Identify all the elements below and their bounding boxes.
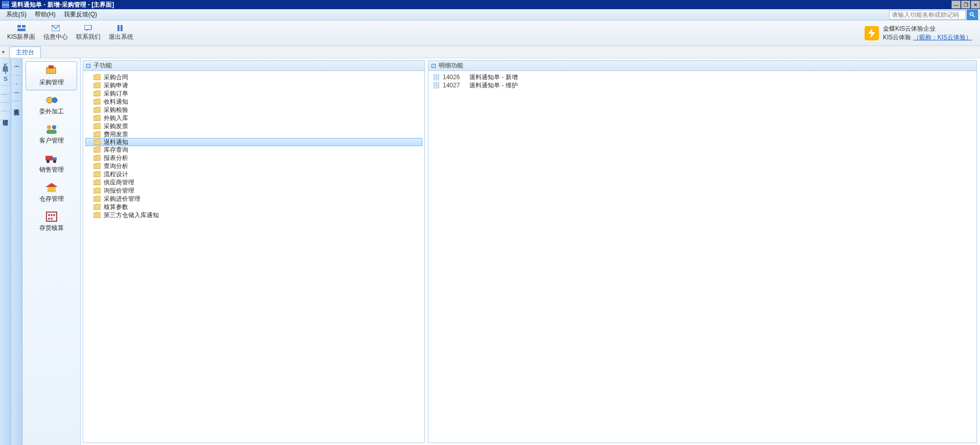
company-user-prefix: KIS云体验 [883, 34, 911, 41]
sub-item-label: 库存查询 [104, 146, 128, 154]
vrail-settings[interactable]: 系统设置 [11, 101, 22, 110]
sub-item[interactable]: 报表分析 [83, 154, 424, 162]
vrail-production[interactable]: 生产管理 [11, 67, 22, 76]
svg-rect-23 [47, 187, 56, 192]
sub-item[interactable]: 流程设计 [83, 170, 424, 178]
sub-item[interactable]: 采购申请 [83, 81, 424, 89]
sub-item[interactable]: 收料通知 [83, 98, 424, 106]
menu-feedback[interactable]: 我要反馈(Q) [60, 9, 101, 20]
module-2[interactable]: 客户管理 [26, 120, 77, 149]
folder-icon [93, 123, 101, 129]
svg-point-14 [52, 98, 57, 103]
maximize-button[interactable]: ❐ [961, 1, 970, 9]
sub-item[interactable]: 查询分析 [83, 162, 424, 170]
sub-item[interactable]: 费用发票 [83, 130, 424, 138]
company-name: 金蝶KIS云体验企业 [883, 25, 972, 33]
vrail-supply-chain[interactable]: 供应链 [0, 95, 11, 103]
detail-item[interactable]: 14027退料通知单 - 维护 [428, 81, 976, 89]
sub-item[interactable]: 采购合同 [83, 73, 424, 81]
toolbar-contact[interactable]: 联系我们 [72, 24, 105, 42]
vrail-ecommerce[interactable]: 电商管理 [0, 103, 11, 111]
company-text: 金蝶KIS云体验企业 KIS云体验 （昵称：KIS云体验） [883, 25, 972, 42]
folder-icon [93, 188, 101, 194]
svg-rect-6 [84, 25, 91, 30]
chevron-down-icon[interactable]: ▾ [2, 49, 9, 55]
toolbar-label: 退出系统 [109, 33, 133, 41]
toolbar-info-center[interactable]: 信息中心 [39, 24, 72, 42]
sub-item-label: 采购进价管理 [104, 195, 140, 203]
folder-icon [93, 179, 101, 185]
sub-item[interactable]: 供应商管理 [83, 178, 424, 186]
vrail-invoice[interactable]: 发票管理 [11, 84, 22, 93]
svg-point-26 [51, 214, 53, 216]
module-icon [43, 181, 60, 194]
menu-system[interactable]: 系统(S) [2, 9, 31, 20]
sub-item-label: 收料通知 [104, 98, 128, 106]
svg-rect-4 [17, 29, 26, 31]
svg-rect-18 [45, 156, 53, 160]
sub-item[interactable]: 采购检验 [83, 106, 424, 114]
vrail-finance[interactable]: 财务会计 [0, 86, 11, 95]
detail-item-label: 退料通知单 - 新增 [469, 73, 518, 82]
detail-item-label: 退料通知单 - 维护 [469, 81, 518, 90]
svg-rect-12 [49, 65, 54, 68]
sub-item[interactable]: 采购订单 [83, 89, 424, 98]
module-4[interactable]: 仓存管理 [26, 178, 77, 207]
sub-item[interactable]: 退料通知 [85, 138, 422, 146]
app-logo: KIS [2, 1, 9, 8]
vrail-hr[interactable]: 人事管理 [11, 76, 22, 84]
window-title: 退料通知单 - 新增-采购管理 - [主界面] [11, 1, 951, 9]
menu-help[interactable]: 帮助(H) [31, 9, 60, 20]
module-label: 客户管理 [39, 136, 64, 145]
module-label: 采购管理 [39, 78, 64, 87]
detail-item-code: 14026 [443, 74, 466, 81]
sub-item[interactable]: 采购发票 [83, 122, 424, 130]
search-input[interactable] [889, 10, 966, 19]
sub-item[interactable]: 采购进价管理 [83, 195, 424, 203]
toolbar-label: 联系我们 [76, 33, 101, 41]
toolbar-kis-ui[interactable]: KIS新界面 [3, 24, 39, 42]
folder-icon [93, 204, 101, 210]
toolbar-exit[interactable]: 退出系统 [105, 24, 137, 42]
sub-item[interactable]: 第三方仓储入库通知 [83, 211, 424, 219]
search-button[interactable] [967, 10, 978, 20]
detail-item-code: 14027 [443, 82, 466, 89]
folder-icon [93, 99, 101, 105]
svg-rect-24 [46, 212, 57, 221]
tab-main-console[interactable]: 主控台 [9, 46, 41, 58]
detail-item[interactable]: 14026退料通知单 - 新增 [428, 73, 976, 81]
vrail-marketing[interactable]: 全网营销 [11, 58, 22, 67]
sub-item-label: 第三方仓储入库通知 [104, 211, 159, 220]
module-0[interactable]: 采购管理 [26, 61, 77, 90]
vrail-my-kis[interactable]: 我的KIS [0, 58, 11, 86]
module-nav: 采购管理委外加工客户管理销售管理仓存管理存货核算 [22, 58, 81, 445]
folder-icon [93, 163, 101, 169]
toolbar-label: KIS新界面 [7, 33, 35, 41]
vrail-store[interactable]: 门店管理 [0, 111, 11, 120]
close-button[interactable]: ✕ [971, 1, 980, 9]
pane-detail-functions: 明细功能 14026退料通知单 - 新增14027退料通知单 - 维护 [428, 60, 977, 443]
square-icon [432, 64, 436, 68]
folder-icon [93, 115, 101, 121]
svg-marker-7 [86, 30, 88, 31]
vrail-analytics[interactable]: 轻分析 [11, 93, 22, 101]
sub-item[interactable]: 外购入库 [83, 114, 424, 122]
module-1[interactable]: 委外加工 [26, 90, 77, 120]
content-panes: 子功能 采购合同采购申请采购订单收料通知采购检验外购入库采购发票费用发票退料通知… [81, 58, 980, 445]
toolbar-label: 信息中心 [43, 33, 68, 41]
exit-icon [116, 25, 126, 32]
module-3[interactable]: 销售管理 [26, 149, 77, 178]
vertical-rail-inner: 全网营销 生产管理 人事管理 发票管理 轻分析 系统设置 [11, 58, 22, 445]
company-nickname-link[interactable]: （昵称：KIS云体验） [913, 34, 972, 41]
sub-item[interactable]: 询报价管理 [83, 186, 424, 195]
module-label: 销售管理 [39, 166, 64, 174]
minimize-button[interactable]: — [951, 1, 961, 9]
module-5[interactable]: 存货核算 [26, 207, 77, 236]
pane-detail-title: 明细功能 [439, 61, 463, 70]
sub-item[interactable]: 核算参数 [83, 203, 424, 211]
pane-sub-title: 子功能 [93, 61, 112, 70]
square-icon [86, 64, 90, 68]
svg-point-13 [46, 97, 53, 103]
sub-item[interactable]: 库存查询 [83, 146, 424, 154]
svg-rect-17 [46, 130, 57, 134]
